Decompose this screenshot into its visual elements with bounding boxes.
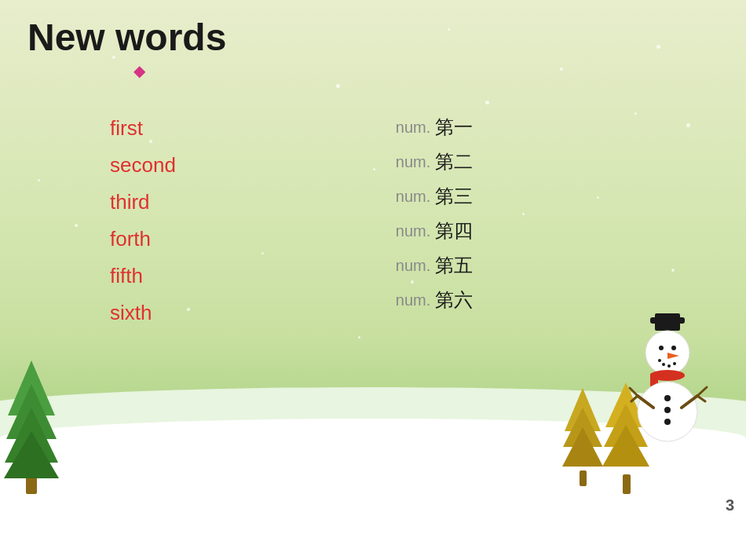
translation-item: num. 第四 bbox=[396, 214, 473, 248]
svg-point-26 bbox=[664, 395, 671, 401]
chinese-text: 第一 bbox=[435, 113, 473, 141]
svg-point-21 bbox=[667, 364, 671, 368]
svg-rect-5 bbox=[580, 470, 587, 486]
word-item: second bbox=[110, 147, 176, 184]
words-right-column: num. 第一num. 第二num. 第三num. 第四num. 第五num. … bbox=[396, 110, 473, 331]
num-label: num. bbox=[396, 254, 430, 277]
translation-item: num. 第二 bbox=[396, 145, 473, 179]
diamond-bullet: ◆ bbox=[133, 61, 145, 80]
svg-point-27 bbox=[664, 407, 671, 413]
svg-line-34 bbox=[697, 396, 705, 401]
svg-rect-9 bbox=[623, 474, 631, 494]
word-item: first bbox=[110, 110, 176, 147]
svg-point-20 bbox=[662, 363, 665, 366]
page-number: 3 bbox=[726, 496, 734, 514]
svg-line-31 bbox=[631, 396, 638, 401]
num-label: num. bbox=[396, 150, 430, 174]
svg-point-17 bbox=[671, 346, 676, 350]
translation-item: num. 第六 bbox=[396, 283, 473, 317]
svg-rect-14 bbox=[655, 313, 680, 331]
svg-point-28 bbox=[664, 419, 671, 425]
words-container: firstsecondthirdforthfifthsixth num. 第一n… bbox=[110, 110, 473, 331]
svg-line-30 bbox=[630, 388, 638, 396]
word-item: sixth bbox=[110, 295, 176, 331]
translation-item: num. 第三 bbox=[396, 179, 473, 214]
svg-point-19 bbox=[658, 359, 661, 362]
translation-item: num. 第五 bbox=[396, 248, 473, 283]
svg-line-33 bbox=[697, 387, 707, 396]
chinese-text: 第五 bbox=[435, 251, 473, 280]
words-left-column: firstsecondthirdforthfifthsixth bbox=[110, 110, 176, 331]
chinese-text: 第三 bbox=[435, 182, 473, 210]
chinese-text: 第四 bbox=[435, 217, 473, 245]
word-item: third bbox=[110, 184, 176, 221]
chinese-text: 第二 bbox=[435, 148, 473, 176]
tree-right1 bbox=[561, 384, 605, 489]
svg-point-22 bbox=[673, 362, 676, 365]
tree-left bbox=[0, 353, 63, 497]
page-title: New words bbox=[27, 16, 226, 59]
snowman bbox=[620, 313, 715, 474]
num-label: num. bbox=[396, 115, 430, 139]
translation-item: num. 第一 bbox=[396, 110, 473, 145]
num-label: num. bbox=[396, 219, 430, 243]
num-label: num. bbox=[396, 288, 430, 312]
word-item: forth bbox=[110, 221, 176, 258]
svg-point-16 bbox=[659, 346, 664, 350]
num-label: num. bbox=[396, 185, 430, 208]
word-item: fifth bbox=[110, 258, 176, 295]
chinese-text: 第六 bbox=[435, 286, 473, 314]
